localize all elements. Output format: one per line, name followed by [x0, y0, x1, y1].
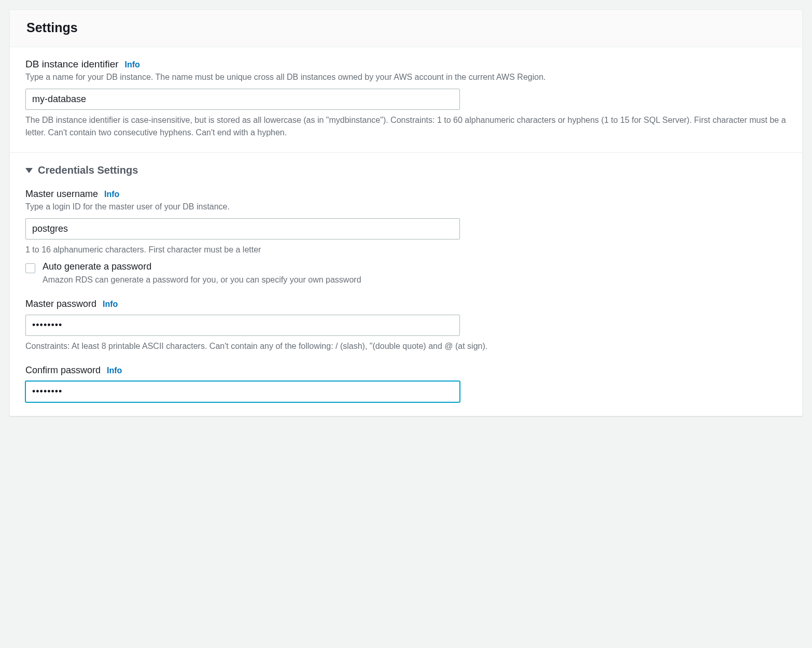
master-username-info-link[interactable]: Info [104, 190, 119, 199]
master-password-label: Master password [25, 299, 96, 309]
credentials-header[interactable]: Credentials Settings [25, 164, 787, 176]
confirm-password-label-row: Confirm password Info [25, 365, 787, 376]
master-password-group: Master password Info Constraints: At lea… [25, 299, 787, 353]
confirm-password-info-link[interactable]: Info [107, 366, 122, 375]
credentials-section: Credentials Settings Master username Inf… [10, 152, 802, 416]
master-username-constraint: 1 to 16 alphanumeric characters. First c… [25, 244, 787, 256]
db-identifier-info-link[interactable]: Info [125, 60, 140, 69]
master-username-input[interactable] [25, 218, 460, 240]
db-identifier-description: Type a name for your DB instance. The na… [25, 71, 787, 83]
db-identifier-label: DB instance identifier [25, 59, 119, 70]
master-password-label-row: Master password Info [25, 299, 787, 309]
db-identifier-label-row: DB instance identifier Info [25, 59, 787, 70]
auto-generate-label[interactable]: Auto generate a password [43, 261, 361, 272]
auto-generate-checkbox[interactable] [25, 263, 35, 273]
panel-title: Settings [26, 20, 788, 35]
settings-panel: Settings DB instance identifier Info Typ… [9, 9, 803, 416]
master-password-constraint: Constraints: At least 8 printable ASCII … [25, 340, 787, 353]
db-identifier-section: DB instance identifier Info Type a name … [10, 47, 802, 152]
master-password-info-link[interactable]: Info [103, 300, 118, 309]
caret-down-icon[interactable] [25, 168, 33, 173]
confirm-password-input[interactable] [25, 381, 460, 402]
confirm-password-group: Confirm password Info [25, 365, 787, 402]
master-username-description: Type a login ID for the master user of y… [25, 201, 787, 213]
master-username-group: Master username Info Type a login ID for… [25, 189, 787, 286]
db-identifier-input[interactable] [25, 89, 460, 110]
panel-header: Settings [10, 10, 802, 47]
credentials-title: Credentials Settings [38, 164, 138, 176]
auto-generate-row: Auto generate a password Amazon RDS can … [25, 261, 787, 286]
auto-generate-content: Auto generate a password Amazon RDS can … [43, 261, 361, 286]
auto-generate-description: Amazon RDS can generate a password for y… [43, 274, 361, 286]
confirm-password-label: Confirm password [25, 365, 101, 376]
master-username-label: Master username [25, 189, 98, 200]
db-identifier-constraint: The DB instance identifier is case-insen… [25, 114, 787, 139]
master-username-label-row: Master username Info [25, 189, 787, 200]
master-password-input[interactable] [25, 315, 460, 336]
